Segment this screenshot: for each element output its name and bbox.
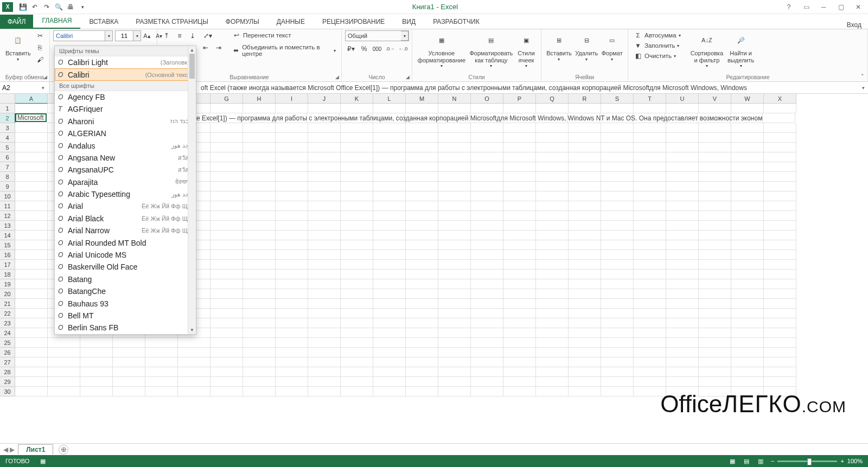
- cell-S13[interactable]: [601, 221, 634, 231]
- tab-data[interactable]: ДАННЫЕ: [268, 15, 314, 29]
- cell-Q5[interactable]: [536, 143, 569, 152]
- cell-T24[interactable]: [634, 328, 666, 338]
- cell-A30[interactable]: [15, 387, 48, 396]
- cell-N12[interactable]: [438, 211, 471, 221]
- cell-K22[interactable]: [341, 309, 373, 318]
- minimize-icon[interactable]: ─: [815, 1, 832, 14]
- cell-W7[interactable]: [731, 162, 764, 172]
- quickprint-icon[interactable]: 🖶: [65, 2, 76, 12]
- cell-V16[interactable]: [699, 250, 731, 260]
- font-item-angsanaupc[interactable]: OAngsanaUPCสวัสดี: [55, 164, 196, 176]
- cell-M28[interactable]: [406, 367, 438, 377]
- cell-S30[interactable]: [601, 387, 634, 396]
- cell-R29[interactable]: [569, 377, 601, 387]
- cell-K23[interactable]: [341, 318, 373, 328]
- cell-I23[interactable]: [276, 318, 308, 328]
- cell-A2[interactable]: Microsoft Ex: [15, 113, 47, 122]
- font-item-baskerville-old-face[interactable]: OBaskerville Old Face: [55, 261, 196, 273]
- cell-R28[interactable]: [569, 367, 601, 377]
- cell-X12[interactable]: [764, 211, 796, 221]
- cell-H11[interactable]: [243, 201, 276, 211]
- cell-O26[interactable]: [471, 348, 503, 357]
- row-header-3[interactable]: 3: [0, 123, 15, 133]
- name-box[interactable]: ▾: [0, 82, 50, 93]
- cell-T23[interactable]: [634, 318, 666, 328]
- cell-J24[interactable]: [308, 328, 341, 338]
- cell-P26[interactable]: [503, 348, 536, 357]
- row-header-11[interactable]: 11: [0, 201, 15, 211]
- cell-T3[interactable]: [634, 123, 666, 133]
- cell-O27[interactable]: [471, 357, 503, 367]
- cell-X16[interactable]: [764, 250, 796, 260]
- cell-X4[interactable]: [764, 133, 796, 143]
- cell-H26[interactable]: [243, 348, 276, 357]
- cell-W27[interactable]: [731, 357, 764, 367]
- font-item-arial-black[interactable]: OArial BlackЁё Жж Йй Фф Щщ: [55, 213, 196, 225]
- cell-N6[interactable]: [438, 152, 471, 162]
- cell-J9[interactable]: [308, 182, 341, 191]
- cell-G5[interactable]: [210, 143, 243, 152]
- cell-F30[interactable]: [178, 387, 210, 396]
- cell-Q19[interactable]: [536, 279, 569, 289]
- cell-X15[interactable]: [764, 240, 796, 250]
- cell-A17[interactable]: [15, 260, 48, 270]
- cell-K19[interactable]: [341, 279, 373, 289]
- qat-customize-icon[interactable]: ▾: [77, 2, 88, 12]
- cell-A12[interactable]: [15, 211, 48, 221]
- cell-U10[interactable]: [666, 191, 699, 201]
- cell-L28[interactable]: [373, 367, 406, 377]
- row-header-7[interactable]: 7: [0, 162, 15, 172]
- cell-V11[interactable]: [699, 201, 731, 211]
- copy-icon[interactable]: ⎘: [34, 42, 46, 53]
- row-header-5[interactable]: 5: [0, 143, 15, 152]
- cell-W4[interactable]: [731, 133, 764, 143]
- cell-O15[interactable]: [471, 240, 503, 250]
- cell-Q3[interactable]: [536, 123, 569, 133]
- cell-Q13[interactable]: [536, 221, 569, 231]
- cell-T20[interactable]: [634, 289, 666, 299]
- find-select-button[interactable]: 🔎Найти и выделить▾: [725, 30, 756, 69]
- cell-J14[interactable]: [308, 231, 341, 240]
- cell-G30[interactable]: [210, 387, 243, 396]
- cell-L19[interactable]: [373, 279, 406, 289]
- cell-Q7[interactable]: [536, 162, 569, 172]
- cell-P27[interactable]: [503, 357, 536, 367]
- cell-L18[interactable]: [373, 270, 406, 279]
- cell-G28[interactable]: [210, 367, 243, 377]
- cell-Q16[interactable]: [536, 250, 569, 260]
- cell-S21[interactable]: [601, 299, 634, 309]
- cell-Q20[interactable]: [536, 289, 569, 299]
- cell-R25[interactable]: [569, 338, 601, 348]
- cell-R13[interactable]: [569, 221, 601, 231]
- cell-A11[interactable]: [15, 201, 48, 211]
- cell-T22[interactable]: [634, 309, 666, 318]
- cell-Q1[interactable]: [536, 104, 569, 113]
- cell-V23[interactable]: [699, 318, 731, 328]
- cell-J20[interactable]: [308, 289, 341, 299]
- cell-O6[interactable]: [471, 152, 503, 162]
- cell-T19[interactable]: [634, 279, 666, 289]
- cell-V14[interactable]: [699, 231, 731, 240]
- row-header-21[interactable]: 21: [0, 299, 15, 309]
- cell-K10[interactable]: [341, 191, 373, 201]
- cell-P14[interactable]: [503, 231, 536, 240]
- column-header-L[interactable]: L: [373, 94, 406, 104]
- cell-D25[interactable]: [113, 338, 145, 348]
- cell-X7[interactable]: [764, 162, 796, 172]
- cell-R8[interactable]: [569, 172, 601, 182]
- cell-Q12[interactable]: [536, 211, 569, 221]
- column-header-V[interactable]: V: [699, 94, 731, 104]
- cell-X20[interactable]: [764, 289, 796, 299]
- cell-X9[interactable]: [764, 182, 796, 191]
- column-header-J[interactable]: J: [308, 94, 341, 104]
- cell-U1[interactable]: [666, 104, 699, 113]
- cell-H16[interactable]: [243, 250, 276, 260]
- cell-L21[interactable]: [373, 299, 406, 309]
- cell-V4[interactable]: [699, 133, 731, 143]
- cell-C27[interactable]: [80, 357, 113, 367]
- cell-C25[interactable]: [80, 338, 113, 348]
- cell-W12[interactable]: [731, 211, 764, 221]
- cell-H4[interactable]: [243, 133, 276, 143]
- cell-O24[interactable]: [471, 328, 503, 338]
- cell-P28[interactable]: [503, 367, 536, 377]
